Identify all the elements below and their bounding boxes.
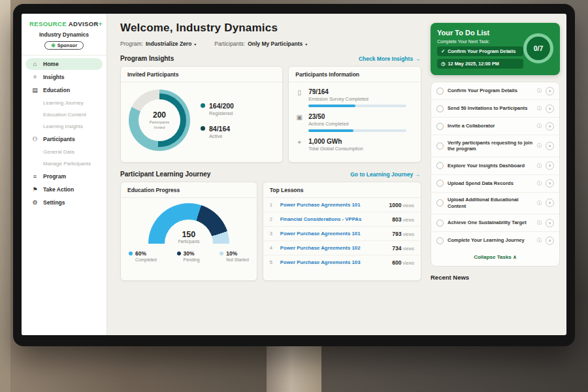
home-icon: ⌂ [31, 61, 39, 67]
checkbox-icon[interactable] [436, 180, 444, 187]
app-logo: RESOURCE ADVISOR+ [22, 14, 106, 29]
section-title: Program Insights [120, 55, 174, 62]
recent-news-heading: Recent News [431, 274, 560, 281]
checklist-icon: ▣ [295, 114, 303, 132]
lesson-views: 1000views [389, 202, 414, 208]
lesson-row: 1 Power Purchase Agreements 101 1000view… [263, 198, 421, 212]
next-task-chip[interactable]: ✓ Confirm Your Program Details [437, 46, 523, 56]
task-complete-learning-journey[interactable]: Complete Your Learning Journey ⓘ › [431, 232, 559, 249]
lesson-link[interactable]: Power Purchase Agreements 103 [280, 259, 387, 265]
learning-cards-row: Education Progress 150 Participants 60% [120, 182, 421, 281]
gauge-total: 150 [148, 230, 229, 239]
list-icon: ≡ [31, 173, 39, 180]
sidebar-item-settings[interactable]: ⚙ Settings [25, 197, 103, 208]
sidebar-item-label: Take Action [43, 186, 74, 193]
chevron-right-icon[interactable]: › [546, 87, 554, 95]
chevron-right-icon[interactable]: › [546, 122, 554, 131]
monitor-bezel: RESOURCE ADVISOR+ Industry Dynamics ⊕ Sp… [13, 4, 575, 346]
todo-progress-ring: 0/7 [523, 33, 553, 63]
task-upload-spend-data[interactable]: Upload Spend Data Records ⓘ › [431, 175, 559, 193]
consumption-row: ⌖ 1,000 GWh Total Global Consumption [295, 138, 414, 152]
chevron-right-icon[interactable]: › [546, 161, 554, 170]
checkbox-icon[interactable] [436, 220, 444, 227]
gear-icon: ⚙ [31, 199, 39, 206]
program-dropdown[interactable]: Program:Industrialize Zero▾ [120, 41, 196, 47]
chevron-up-icon: ∧ [513, 254, 517, 260]
monitor-stand [267, 345, 321, 392]
participants-dropdown[interactable]: Participants:Only My Participants▾ [214, 41, 307, 47]
actions-completed-value: 23/50 [308, 113, 406, 120]
actions-completed-label: Actions Completed [308, 121, 406, 127]
lesson-link[interactable]: Financial Considerations - VPPAs [280, 216, 387, 222]
lesson-link[interactable]: Power Purchase Agreements 101 [280, 231, 387, 237]
task-invite-collaborator[interactable]: Invite a Collaborator ⓘ › [431, 118, 559, 135]
sidebar-item-general-data[interactable]: General Data [25, 146, 103, 157]
sidebar-item-learning-journey[interactable]: Learning Journey [25, 97, 103, 108]
program-value: Industrialize Zero [146, 41, 191, 47]
lesson-rank: 1 [270, 202, 275, 208]
chevron-right-icon[interactable]: › [546, 105, 554, 113]
sponsor-badge[interactable]: ⊕ Sponsor [44, 41, 84, 50]
checkbox-icon[interactable] [436, 199, 444, 206]
checkbox-icon[interactable] [436, 88, 444, 95]
next-task-time: 12 May 2025, 12:00 PM [448, 61, 499, 67]
task-send-invitations[interactable]: Send 50 Invitations to Participants ⓘ › [431, 100, 559, 118]
chevron-right-icon[interactable]: › [546, 237, 554, 245]
sidebar-item-take-action[interactable]: ⚑ Take Action [25, 184, 103, 195]
insights-cards-row: Invited Participants 200 Participants In… [120, 66, 421, 163]
sidebar-item-label: Program [43, 173, 66, 180]
completed-pct: 60% [135, 250, 157, 257]
sidebar-item-home[interactable]: ⌂ Home [25, 58, 103, 70]
task-verify-participants[interactable]: Verify participants requesting to join t… [431, 135, 559, 157]
registered-value: 164/200 [209, 102, 234, 110]
lesson-link[interactable]: Power Purchase Agreements 102 [280, 245, 387, 251]
education-gauge-chart: 150 Participants [148, 203, 229, 244]
collapse-tasks-link[interactable]: Collapse Tasks ∧ [431, 249, 559, 266]
go-to-learning-journey-link[interactable]: Go to Learning Journey → [350, 171, 420, 178]
lesson-row: 2 Financial Considerations - VPPAs 803vi… [263, 212, 421, 227]
filters-row: Program:Industrialize Zero▾ Participants… [120, 41, 421, 47]
lesson-link[interactable]: Power Purchase Agreements 101 [280, 202, 384, 208]
lesson-rank: 5 [270, 259, 275, 265]
survey-icon: ▯ [295, 89, 303, 107]
org-name: Industry Dynamics [22, 31, 106, 38]
sidebar-item-label: Education [43, 87, 70, 93]
sidebar-item-education[interactable]: ▤ Education [25, 84, 103, 96]
chevron-down-icon: ▾ [194, 42, 196, 46]
sidebar-item-insights[interactable]: ✧ Insights [25, 71, 103, 83]
checkbox-icon[interactable] [436, 162, 444, 169]
chevron-right-icon[interactable]: › [546, 142, 554, 150]
checkbox-icon[interactable] [436, 123, 444, 130]
lesson-row: 3 Power Purchase Agreements 101 793views [263, 227, 421, 241]
checkbox-icon[interactable] [436, 105, 444, 112]
info-icon: ⓘ [537, 105, 542, 112]
chevron-right-icon[interactable]: › [546, 199, 554, 207]
checkbox-icon[interactable] [436, 142, 444, 150]
registered-label: Registered [209, 110, 234, 116]
sidebar-item-program[interactable]: ≡ Program [25, 171, 103, 182]
task-upload-educational-content[interactable]: Upload Additional Educational Content ⓘ … [431, 193, 559, 215]
check-more-insights-link[interactable]: Check More Insights → [359, 56, 420, 62]
location-pin-icon: ⌖ [295, 139, 303, 152]
task-confirm-program-details[interactable]: Confirm Your Program Details ⓘ › [431, 82, 559, 100]
lesson-rank: 2 [270, 216, 275, 222]
task-achieve-sustainability-target[interactable]: Achieve One Sustainability Target ⓘ › [431, 214, 559, 232]
chevron-right-icon[interactable]: › [546, 219, 554, 227]
org-block: Industry Dynamics ⊕ Sponsor [22, 31, 106, 50]
emission-survey-label: Emission Survey Completed [308, 96, 406, 102]
info-icon: ⓘ [537, 180, 542, 187]
sidebar-item-manage-participants[interactable]: Manage Participants [25, 158, 103, 169]
info-icon: ⓘ [537, 237, 542, 244]
next-task-label: Confirm Your Program Details [448, 48, 515, 54]
checkbox-icon[interactable] [436, 237, 444, 244]
sidebar-item-participants[interactable]: ⚇ Participants [25, 133, 103, 145]
task-explore-insights[interactable]: Explore Your Insights Dashboard ⓘ › [431, 157, 559, 175]
todo-panel: Your To Do List Complete Your Next Task:… [428, 14, 566, 335]
sidebar-item-learning-insights[interactable]: Learning Insights [25, 121, 103, 132]
completed-label: Completed [135, 257, 157, 262]
emission-survey-value: 79/164 [308, 88, 406, 95]
chevron-right-icon[interactable]: › [546, 179, 554, 188]
invited-donut-chart: 200 Participants Invited [129, 90, 190, 151]
participants-value: Only My Participants [248, 41, 302, 47]
sidebar-item-education-content[interactable]: Education Content [25, 109, 103, 120]
